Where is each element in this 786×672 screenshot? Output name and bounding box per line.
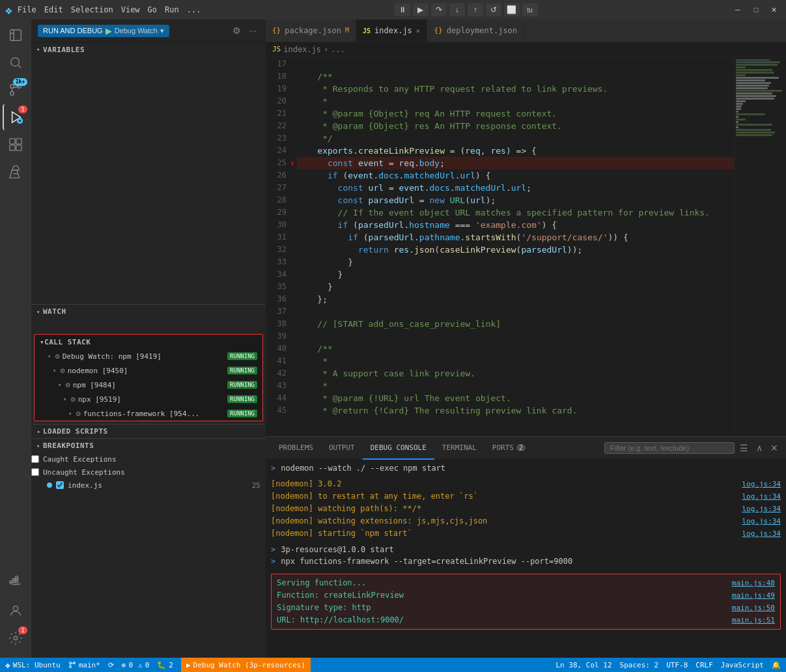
breakpoints-header[interactable]: ▾ BREAKPOINTS xyxy=(31,438,266,453)
status-debug-icon[interactable]: 🐛 2 xyxy=(157,661,173,669)
call-stack-item-4[interactable]: ▾ ⚙ functions-framework [954... RUNNING xyxy=(35,406,262,421)
panel-collapse-btn[interactable]: ∧ xyxy=(753,441,765,455)
variables-section-header[interactable]: ▾ VARIABLES xyxy=(31,42,266,57)
status-wsl[interactable]: ❖ WSL: Ubuntu xyxy=(5,660,61,670)
breakpoint-indexjs-checkbox[interactable] xyxy=(56,481,64,489)
status-language[interactable]: JavaScript xyxy=(721,661,764,669)
call-stack-item-2[interactable]: ▾ ⚙ npm [9484] RUNNING xyxy=(35,378,262,392)
minimize-btn[interactable]: ─ xyxy=(731,5,744,15)
caught-exceptions-checkbox[interactable] xyxy=(31,455,39,463)
sidebar-item-settings[interactable]: 1 xyxy=(3,625,29,651)
call-stack-header[interactable]: ▾ CALL STACK xyxy=(35,335,262,349)
panel-filter-input[interactable] xyxy=(604,442,735,454)
debug-count: 2 xyxy=(169,661,173,669)
panel-tab-output[interactable]: OUTPUT xyxy=(321,437,363,460)
loaded-scripts-header[interactable]: ▾ LOADED SCRIPTS xyxy=(31,424,266,438)
panel-tab-ports[interactable]: PORTS 2 xyxy=(484,437,533,460)
console-link[interactable]: log.js:34 xyxy=(742,516,781,527)
call-stack-item-3[interactable]: ▾ ⚙ npx [9519] RUNNING xyxy=(35,392,262,406)
console-link-main48[interactable]: main.js:48 xyxy=(732,578,775,589)
tab-package-json-label: package.json xyxy=(285,26,341,35)
uncaught-exceptions-checkbox[interactable] xyxy=(31,468,39,476)
call-stack-item-label: ▾ ⚙ npx [9519] xyxy=(63,395,227,404)
sidebar-item-explorer[interactable] xyxy=(3,22,29,48)
call-stack-item-1[interactable]: ▾ ⚙ nodemon [9450] RUNNING xyxy=(35,363,262,378)
status-debug-label[interactable]: ▶ Debug Watch (3p-resources) xyxy=(181,658,311,672)
svg-rect-8 xyxy=(16,139,21,144)
status-errors[interactable]: ⊗ 0 ⚠ 0 xyxy=(122,661,150,669)
debug-step-over-btn[interactable]: ↷ xyxy=(431,3,447,16)
menu-go[interactable]: Go xyxy=(148,5,157,14)
console-link[interactable]: log.js:34 xyxy=(742,503,781,515)
menu-more[interactable]: ... xyxy=(187,5,201,14)
menu-file[interactable]: File xyxy=(18,5,36,14)
running-status-badge: RUNNING xyxy=(227,381,257,389)
sidebar-item-account[interactable] xyxy=(3,598,29,624)
console-link[interactable]: log.js:34 xyxy=(742,479,781,490)
sidebar-item-testing[interactable] xyxy=(3,159,29,185)
close-btn[interactable]: ✕ xyxy=(768,5,781,15)
sidebar-item-source-control[interactable]: 1k+ xyxy=(3,77,29,103)
tab-close-btn[interactable]: × xyxy=(416,27,421,35)
breadcrumb-more: ... xyxy=(331,45,345,54)
maximize-btn[interactable]: □ xyxy=(750,5,763,15)
tab-package-json[interactable]: {} package.json M xyxy=(266,20,356,42)
sidebar-item-search[interactable] xyxy=(3,49,29,76)
breakpoint-indexjs-label: index.js xyxy=(68,481,102,490)
console-link-main49[interactable]: main.js:49 xyxy=(732,590,775,602)
debug-sidebar: RUN AND DEBUG ▶ Debug Watch ▾ ⚙ ··· ▾ VA… xyxy=(31,20,266,658)
console-text: npx functions-framework --target=createL… xyxy=(281,555,572,567)
console-link[interactable]: log.js:34 xyxy=(742,528,781,540)
chevron-down-icon: ▾ xyxy=(36,46,40,53)
call-stack-item-text: npx [9519] xyxy=(78,395,121,404)
run-debug-button[interactable]: RUN AND DEBUG ▶ Debug Watch ▾ xyxy=(38,25,169,37)
code-line-22: * @param {Object} res An HTTP response c… xyxy=(297,120,734,132)
debug-step-out-btn[interactable]: ↑ xyxy=(468,3,483,16)
titlebar: ❖ File Edit Selection View Go Run ... ⏸ … xyxy=(0,0,786,20)
console-link-main51[interactable]: main.js:51 xyxy=(732,615,775,626)
debug-stop-btn[interactable]: ⬜ xyxy=(504,3,520,16)
menu-selection[interactable]: Selection xyxy=(71,5,113,14)
code-content[interactable]: /** * Responds to any HTTP request relat… xyxy=(292,57,734,436)
watch-section-header[interactable]: ▾ WATCH xyxy=(31,304,266,318)
sidebar-more-btn[interactable]: ··· xyxy=(246,24,259,37)
console-link[interactable]: log.js:34 xyxy=(742,491,781,503)
breadcrumb-separator: › xyxy=(324,45,328,54)
debug-extra-btn[interactable]: tu xyxy=(522,3,538,16)
sidebar-item-run-debug[interactable]: 1 xyxy=(3,104,29,130)
debug-continue-btn[interactable]: ▶ xyxy=(413,3,428,16)
watch-label: WATCH xyxy=(43,307,66,316)
tab-deployment-json-label: deployment.json xyxy=(447,26,517,35)
panel-close-btn[interactable]: ✕ xyxy=(768,441,781,455)
debug-restart-btn[interactable]: ↺ xyxy=(486,3,501,16)
panel-tab-debug-console[interactable]: DEBUG CONSOLE xyxy=(363,437,434,460)
panel-tab-terminal[interactable]: TERMINAL xyxy=(434,437,484,460)
console-link-main50[interactable]: main.js:50 xyxy=(732,602,775,614)
debug-step-into-btn[interactable]: ↓ xyxy=(449,3,465,16)
call-stack-item-0[interactable]: ▾ ⚙ Debug Watch: npm [9419] RUNNING xyxy=(35,349,262,363)
menu-view[interactable]: View xyxy=(121,5,140,14)
menu-edit[interactable]: Edit xyxy=(44,5,63,14)
chevron-right-icon: ▾ xyxy=(58,382,61,388)
sidebar-item-extensions[interactable] xyxy=(3,132,29,158)
tab-debug-console-label: DEBUG CONSOLE xyxy=(371,443,427,452)
status-spaces[interactable]: Spaces: 2 xyxy=(620,661,659,669)
console-highlight-box: Serving function... main.js:48 Function:… xyxy=(271,574,781,630)
status-encoding[interactable]: UTF-8 xyxy=(666,661,688,669)
panel-list-view-btn[interactable]: ☰ xyxy=(737,441,751,455)
tab-index-js[interactable]: JS index.js × xyxy=(356,20,427,42)
panel-tab-problems[interactable]: PROBLEMS xyxy=(271,437,321,460)
status-ln-col[interactable]: Ln 38, Col 12 xyxy=(555,661,611,669)
loaded-scripts-label: LOADED SCRIPTS xyxy=(43,427,108,436)
chevron-down-icon: ▾ xyxy=(36,443,40,449)
debug-pause-btn[interactable]: ⏸ xyxy=(395,3,410,16)
menu-run[interactable]: Run xyxy=(165,5,179,14)
status-right: Ln 38, Col 12 Spaces: 2 UTF-8 CRLF JavaS… xyxy=(555,661,781,669)
tab-deployment-json[interactable]: {} deployment.json xyxy=(427,20,524,42)
status-git[interactable]: main* xyxy=(68,661,100,669)
status-line-ending[interactable]: CRLF xyxy=(695,661,713,669)
sidebar-item-docker[interactable] xyxy=(3,569,29,595)
gear-icon: ⚙ xyxy=(65,380,70,389)
status-sync[interactable]: ⟳ xyxy=(108,661,114,669)
sidebar-settings-btn[interactable]: ⚙ xyxy=(230,24,244,37)
